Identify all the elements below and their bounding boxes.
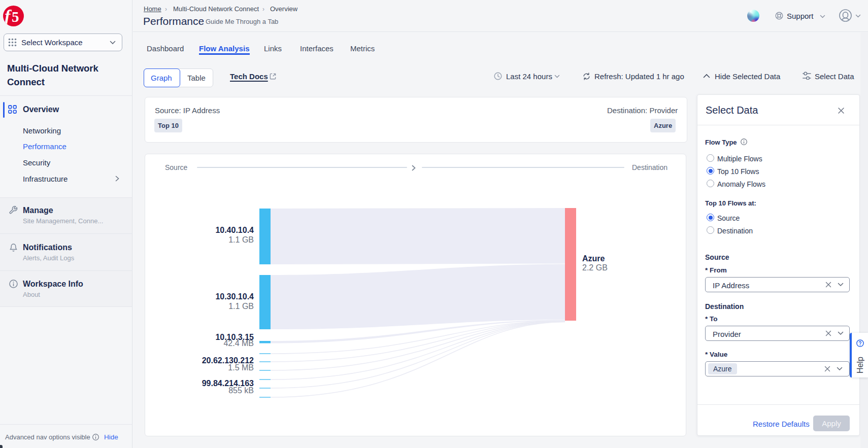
svg-text:5: 5 [12, 9, 19, 25]
